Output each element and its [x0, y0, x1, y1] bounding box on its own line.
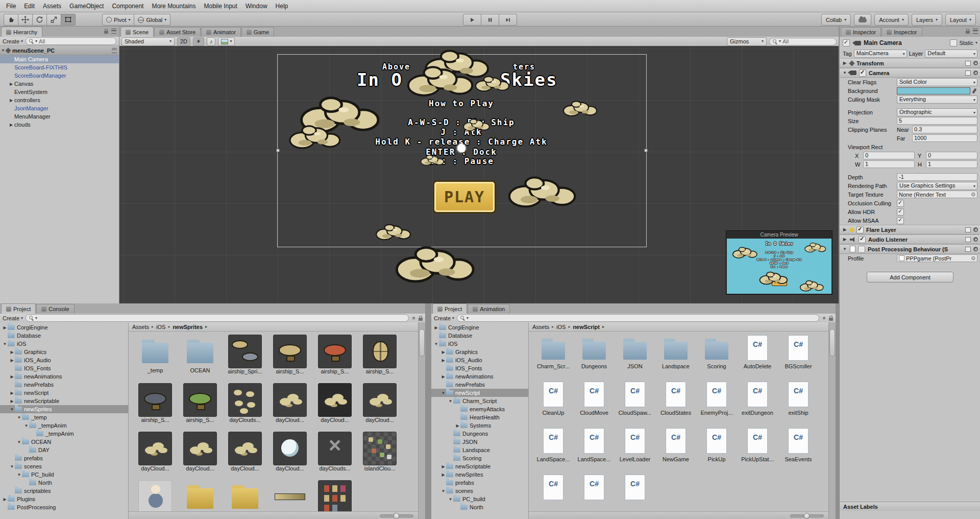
move-gizmo-center[interactable]: [456, 143, 467, 154]
asset-tile[interactable]: dayClouds...: [223, 383, 267, 423]
expander-arrow[interactable]: ▼: [16, 415, 22, 420]
folder-tree-item[interactable]: ▼ iOS: [0, 340, 128, 348]
expander-arrow[interactable]: ▼: [9, 407, 15, 412]
favorites-icon[interactable]: ★: [411, 315, 416, 321]
account-dropdown[interactable]: Account▾: [874, 14, 909, 26]
asset-tile[interactable]: airship_S...: [133, 383, 177, 423]
scene-header-row[interactable]: ▾ menuScene_PC: [0, 46, 119, 55]
asset-tile[interactable]: [223, 480, 267, 512]
favorites-icon[interactable]: ★: [822, 315, 826, 321]
panel-tab[interactable]: Animation: [468, 304, 510, 314]
asset-tile[interactable]: SeaEvents: [778, 428, 818, 463]
scrollbar-thumb[interactable]: [829, 329, 835, 357]
expander-arrow[interactable]: ▶: [2, 497, 8, 502]
breadcrumb-item[interactable]: newSprites: [173, 324, 210, 330]
gear-icon[interactable]: [973, 227, 978, 232]
size-field[interactable]: 5: [897, 117, 977, 125]
folder-tree-item[interactable]: _tempAnim: [0, 430, 128, 438]
expander-arrow[interactable]: ▶: [2, 325, 8, 330]
folder-tree-item[interactable]: ▶ Graphics: [431, 348, 528, 356]
allow-msaa-checkbox[interactable]: [897, 217, 904, 224]
gear-icon[interactable]: [973, 247, 978, 251]
expander-arrow[interactable]: ▼: [448, 497, 453, 502]
foldout-arrow[interactable]: ▶: [842, 61, 847, 65]
asset-tile[interactable]: CleanUp: [533, 381, 573, 416]
breadcrumb-item[interactable]: newScript: [573, 324, 607, 330]
culling-mask-dropdown[interactable]: Everything: [897, 96, 977, 104]
expander-arrow[interactable]: ▼: [16, 473, 22, 477]
folder-tree-item[interactable]: ▼ newScript: [431, 389, 528, 397]
rotate-tool-button[interactable]: [33, 14, 47, 26]
folder-tree-item[interactable]: IOS_Fonts: [0, 364, 128, 372]
effects-toggle[interactable]: ▾: [218, 37, 235, 46]
folder-tree-item[interactable]: ▶ newAnimations: [0, 372, 128, 381]
expander-arrow[interactable]: ▶: [440, 374, 446, 379]
asset-tile[interactable]: [268, 480, 312, 512]
folder-tree-item[interactable]: ▶ Systems: [431, 421, 528, 430]
viewport-w-field[interactable]: 1: [863, 160, 915, 168]
folder-tree-item[interactable]: ▶ CorgiEngine: [431, 323, 528, 332]
breadcrumb-item[interactable]: Assets: [532, 324, 556, 330]
audio-toggle[interactable]: ♪: [207, 37, 216, 46]
rect-handle[interactable]: [276, 149, 280, 152]
hierarchy-item[interactable]: ScoreBoardManager: [0, 72, 119, 80]
help-icon[interactable]: [965, 70, 971, 76]
hierarchy-item[interactable]: Main Camera: [0, 55, 119, 63]
folder-tree-item[interactable]: HeartHealth: [431, 413, 528, 421]
expander-arrow[interactable]: ▶: [9, 374, 15, 379]
breadcrumb-item[interactable]: Assets: [132, 324, 156, 330]
post-processing-component-header[interactable]: ▼ Post Processing Behaviour (S: [840, 244, 980, 254]
folder-tree-item[interactable]: Database: [431, 332, 528, 340]
expander-arrow[interactable]: ▶: [9, 399, 15, 404]
thumbnail-size-slider[interactable]: [790, 514, 824, 517]
menu-item[interactable]: GameObject: [65, 2, 108, 11]
folder-tree-item[interactable]: ▼ scenes: [431, 487, 528, 495]
asset-tile[interactable]: LandSpace...: [533, 428, 573, 463]
active-checkbox[interactable]: [843, 39, 850, 46]
help-icon[interactable]: [965, 227, 971, 232]
folder-tree-item[interactable]: PostProcessing: [0, 503, 128, 511]
asset-tile[interactable]: CloudMove: [574, 381, 614, 416]
object-picker-icon[interactable]: ⊙: [971, 255, 975, 261]
static-toggle[interactable]: Static ▾: [950, 39, 977, 46]
expander-arrow[interactable]: ▶: [9, 358, 15, 363]
project-create-button[interactable]: Create▾: [3, 315, 23, 321]
gear-icon[interactable]: [973, 61, 978, 65]
asset-tile[interactable]: PickUp: [697, 428, 737, 463]
background-color-swatch[interactable]: [897, 87, 970, 95]
folder-tree-item[interactable]: Scoring: [431, 454, 528, 462]
asset-tile[interactable]: LevelLoader: [615, 428, 655, 463]
near-clip-field[interactable]: 0.3: [912, 126, 977, 133]
folder-tree-item[interactable]: Dungeons: [431, 430, 528, 438]
depth-field[interactable]: -1: [897, 173, 977, 181]
asset-labels-bar[interactable]: Asset Labels: [840, 502, 980, 511]
asset-tile[interactable]: Charm_Scr...: [533, 335, 573, 370]
tab-inspector[interactable]: Inspector: [881, 27, 922, 37]
folder-tree-item[interactable]: scriptables: [0, 487, 128, 495]
foldout-arrow[interactable]: ▶: [842, 237, 847, 242]
panel-menu-icon[interactable]: [111, 29, 116, 34]
far-clip-field[interactable]: 1000: [912, 134, 977, 142]
asset-tile[interactable]: NewGame: [656, 428, 696, 463]
scale-tool-button[interactable]: [47, 14, 61, 26]
move-tool-button[interactable]: [18, 14, 33, 26]
view-tab[interactable]: Scene: [120, 27, 154, 37]
foldout-arrow[interactable]: ▶: [842, 227, 847, 232]
rendering-path-dropdown[interactable]: Use Graphics Settings: [897, 182, 977, 190]
asset-tile[interactable]: dayCloud...: [313, 383, 357, 423]
asset-tile[interactable]: EnemyProj...: [697, 381, 737, 416]
folder-tree-item[interactable]: IOS_Fonts: [431, 364, 528, 372]
asset-tile[interactable]: [313, 480, 357, 512]
menu-item[interactable]: Assets: [39, 2, 65, 11]
view-tab[interactable]: Asset Store: [154, 27, 201, 37]
asset-tile[interactable]: [178, 480, 222, 512]
profile-field[interactable]: PPPgame (PostPr⊙: [897, 254, 977, 262]
help-icon[interactable]: [965, 237, 971, 242]
flare-layer-component-header[interactable]: ▶ Flare Layer: [840, 225, 980, 234]
tag-dropdown[interactable]: MainCamera: [854, 50, 907, 58]
hierarchy-item[interactable]: ▶ controllers: [0, 96, 119, 104]
hierarchy-item[interactable]: EventSystem: [0, 88, 119, 96]
asset-tile[interactable]: OCEAN: [178, 335, 222, 375]
folder-tree-item[interactable]: ▼ _temp: [0, 413, 128, 421]
folder-tree-item[interactable]: prefabs: [431, 479, 528, 487]
